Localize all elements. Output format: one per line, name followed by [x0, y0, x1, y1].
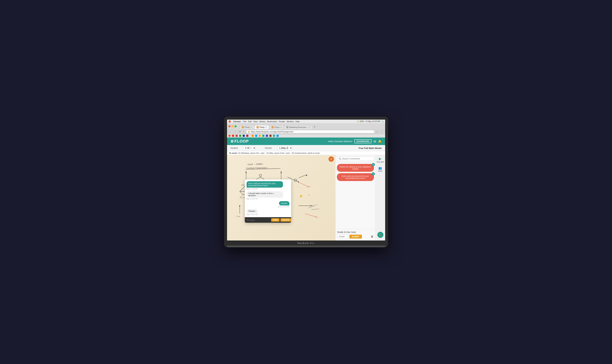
maximize-window-button[interactable]	[234, 125, 237, 127]
new-tab-button[interactable]: +	[312, 125, 317, 129]
app-header: ✿ FLOOP Hello Christine Witcher! DASHBOA…	[227, 138, 385, 145]
minimize-window-button[interactable]	[232, 125, 234, 127]
home-button[interactable]: ⌂	[243, 130, 245, 133]
svg-marker-32	[306, 174, 307, 176]
svg-point-22	[259, 174, 261, 177]
reload-button[interactable]: ↺	[238, 130, 241, 133]
bookmark-8[interactable]	[255, 135, 257, 137]
extensions-button[interactable]: ⋮	[380, 130, 384, 133]
bookmark-10[interactable]	[262, 135, 264, 137]
history-menu[interactable]: History	[259, 120, 265, 123]
bookmark-12[interactable]	[269, 135, 272, 137]
svg-marker-47	[239, 205, 240, 206]
svg-marker-34	[307, 186, 309, 187]
laptop-screen: 🍎 Chrome File Edit View History Bookmark…	[227, 119, 386, 241]
svg-line-52	[311, 209, 318, 210]
svg-text:F₃: F₃	[317, 217, 319, 218]
bookmark-7[interactable]	[252, 135, 254, 137]
back-button[interactable]: ←	[228, 130, 232, 133]
file-menu[interactable]: File	[243, 120, 247, 123]
help-menu[interactable]: Help	[295, 120, 299, 123]
bookmark-9[interactable]	[259, 135, 261, 137]
floop-logo: ✿ FLOOP	[231, 139, 249, 143]
teacher-icon-button[interactable]: ▶ TEACHER	[377, 157, 384, 163]
lock-icon: 🔒	[248, 130, 250, 132]
search-input-wrap[interactable]: 🔍	[337, 156, 374, 161]
tab-4-close[interactable]: ✕	[309, 126, 310, 128]
message-2-wrapper: I should add a vector in the x-direction…	[247, 191, 289, 200]
grade-input[interactable]	[337, 234, 348, 239]
tab-1[interactable]: Floop ✕	[239, 125, 254, 129]
comment-card-2[interactable]: how could you account for your horizonta…	[337, 173, 374, 181]
delete-button[interactable]: DELETE	[280, 218, 291, 222]
exit-icon[interactable]: ⊞	[374, 140, 376, 143]
svg-line-16	[240, 195, 243, 198]
message-2: I should add a vector in the x-direction…	[247, 191, 283, 198]
student-select[interactable]: C W ✓	[243, 146, 256, 150]
svg-text:e: e	[260, 175, 260, 176]
reset-button[interactable]: ↺	[328, 156, 334, 162]
view-menu[interactable]: View	[253, 120, 258, 123]
bookmark-star[interactable]: ☆	[375, 130, 379, 133]
canvas-area[interactable]: Local → Global : Coordinate Transformati…	[227, 155, 335, 241]
comment-list: thanks for setting up your equations cle…	[336, 162, 375, 229]
teacher-label: TEACHER	[377, 161, 384, 163]
tab-4-label: Marketing Resources...	[289, 126, 308, 128]
url-text: https://www.floopedu.com/app.html#!/assi…	[251, 130, 293, 133]
svg-text:X: X	[312, 205, 313, 207]
message-1-timestamp: May 3, 8:05 PM	[247, 188, 289, 190]
svg-text:v₃: v₃	[316, 204, 318, 205]
comment-2-badge: 1	[372, 172, 375, 175]
message-3-wrapper: exactly! May 3, 8:07 PM	[247, 201, 289, 208]
comment-card-1[interactable]: thanks for setting up your equations cle…	[337, 164, 374, 172]
tab-1-close[interactable]: ✕	[250, 126, 252, 128]
tab-3-close[interactable]: ✕	[280, 126, 282, 128]
message-1-wrapper: how could you account for your horizonta…	[247, 181, 289, 190]
submit-button[interactable]: SUBMIT	[349, 235, 362, 239]
people-menu[interactable]: People	[279, 120, 285, 123]
bookmark-4[interactable]	[239, 135, 241, 137]
address-bar[interactable]: 🔒 https://www.floopedu.com/app.html#!/as…	[246, 130, 374, 133]
teacher-play-icon: ▶	[379, 157, 381, 161]
zoom-notice: To zoom: On Windows, press Ctrl + and -.…	[227, 151, 385, 155]
canvas-background: Local → Global : Coordinate Transformati…	[227, 155, 335, 241]
bookmark-2[interactable]	[232, 135, 234, 137]
close-window-button[interactable]	[228, 125, 231, 127]
version-select[interactable]: 1 (May 3)	[277, 146, 292, 150]
window-menu[interactable]: Window	[287, 120, 294, 123]
peer-icon-button[interactable]: 👥 PEER	[378, 166, 382, 172]
apple-menu[interactable]: 🍎	[228, 120, 231, 123]
svg-text:F₁ sin: F₁ sin	[236, 216, 240, 217]
tab-2-close[interactable]: ✕	[265, 126, 267, 128]
tab-2[interactable]: Floop ✕	[254, 125, 269, 129]
chrome-menu[interactable]: Chrome	[234, 120, 241, 123]
bookmark-reddit[interactable]	[228, 135, 231, 137]
search-icon[interactable]: 🔍	[382, 120, 384, 122]
tab-3[interactable]: Floop ✕	[269, 125, 284, 129]
notification-bell-icon[interactable]: 🔔	[378, 140, 382, 143]
svg-text:Y: Y	[280, 170, 282, 172]
svg-point-38	[294, 179, 297, 181]
trash-icon[interactable]: 🗑	[371, 235, 374, 238]
message-input[interactable]	[247, 219, 271, 221]
peer-label: PEER	[378, 170, 382, 172]
student-label: Student	[231, 147, 238, 149]
forward-button[interactable]: →	[233, 130, 237, 133]
bookmarks-menu[interactable]: Bookmarks	[267, 120, 277, 123]
bookmarks-bar: |	[227, 134, 385, 138]
dashboard-button[interactable]: DASHBOARD	[354, 139, 371, 143]
bookmark-13[interactable]	[273, 135, 275, 137]
bookmark-6[interactable]	[246, 135, 248, 137]
tab-4[interactable]: Marketing Resources... ✕	[284, 125, 312, 129]
bug-report-button[interactable]: 🐛	[377, 232, 383, 238]
bookmark-11[interactable]	[266, 135, 268, 137]
search-comments-input[interactable]	[342, 157, 372, 160]
send-button[interactable]: SEND	[271, 218, 280, 222]
edit-menu[interactable]: Edit	[248, 120, 252, 123]
sub-header: Student C W ✓ Version 1 (May 3) Free Fal…	[227, 145, 385, 151]
bookmark-3[interactable]	[235, 135, 238, 137]
bookmark-5[interactable]	[243, 135, 245, 137]
browser-chrome: Floop ✕ Floop ✕ Floop ✕	[227, 123, 385, 138]
bookmark-14[interactable]	[276, 135, 279, 137]
svg-marker-4	[245, 172, 247, 173]
